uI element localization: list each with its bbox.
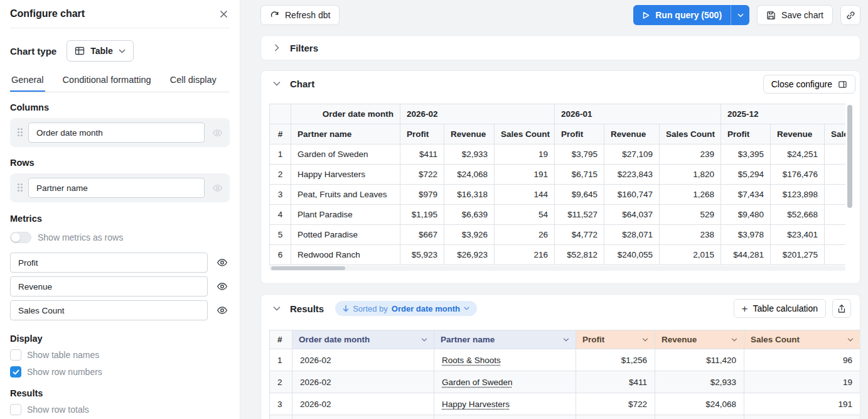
rows-field-input[interactable]: Partner name (28, 178, 205, 198)
metrics-as-rows-toggle[interactable] (10, 232, 31, 243)
results-header-sales-count[interactable]: Sales Count (744, 330, 860, 349)
divider (10, 28, 230, 28)
eye-icon[interactable] (215, 303, 230, 318)
horizontal-scrollbar[interactable] (269, 266, 845, 271)
eye-icon[interactable] (210, 125, 225, 140)
results-title: Results (290, 303, 324, 314)
pivot-value-cell: $240,055 (604, 245, 660, 265)
partner-name-cell: Garden of Sweden (291, 144, 400, 165)
revenue-cell: $11,420 (655, 349, 744, 371)
checkbox-show-row-totals[interactable] (10, 404, 21, 415)
pivot-month-header: 2026-01 (555, 104, 721, 124)
pivot-value-cell: $3,978 (721, 225, 771, 245)
pivot-value-cell: $3,395 (721, 144, 771, 165)
row-number: 4 (270, 205, 291, 225)
columns-heading: Columns (10, 102, 230, 112)
configure-chart-panel: Configure chart Chart type Table General… (0, 0, 240, 419)
tab-cell-display[interactable]: Cell display (169, 71, 218, 92)
table-icon (75, 46, 85, 56)
checkbox-show-table-names[interactable] (10, 349, 21, 361)
drag-handle-icon[interactable] (18, 183, 23, 192)
partner-name-cell: Garden of Sweden (434, 371, 576, 393)
pivot-value-cell (825, 185, 846, 205)
metric-input-profit[interactable]: Profit (10, 253, 208, 273)
partner-name-cell: Plant Paradise (291, 205, 400, 225)
partner-link[interactable]: Garden of Sweden (442, 378, 513, 387)
share-link-icon[interactable] (840, 5, 860, 25)
eye-icon[interactable] (210, 180, 225, 195)
row-number: 3 (270, 185, 291, 205)
partner-name-cell: Happy Harvesters (434, 393, 576, 415)
close-configure-button[interactable]: Close configure (763, 75, 855, 94)
checkbox-label: Show row totals (27, 405, 89, 415)
pivot-metric-header: Sales Count (495, 124, 555, 144)
pivot-row: 5Potted Paradise$667$3,92626$4,772$28,07… (270, 225, 846, 245)
metric-input-sales-count[interactable]: Sales Count (10, 300, 208, 320)
vertical-scrollbar[interactable] (847, 105, 852, 208)
order-date-month-cell: 2026-02 (292, 349, 434, 371)
pivot-corner-cell (270, 104, 291, 124)
run-query-dropdown[interactable] (731, 5, 749, 25)
chevron-down-icon[interactable] (270, 302, 284, 315)
empty-cell (744, 415, 860, 419)
metric-input-revenue[interactable]: Revenue (10, 276, 208, 297)
pivot-value-cell: $26,923 (444, 245, 495, 265)
pivot-value-cell: $11,527 (555, 205, 604, 225)
refresh-dbt-button[interactable]: Refresh dbt (260, 5, 340, 25)
pivot-value-cell: $64,037 (604, 205, 660, 225)
pivot-value-cell: 1,268 (660, 185, 721, 205)
sales-count-cell: 96 (744, 349, 860, 371)
pivot-table-container: Order date month2026-022026-012025-12#Pa… (269, 104, 845, 265)
checkbox-show-row-numbers[interactable] (10, 366, 21, 378)
export-icon[interactable] (832, 299, 851, 318)
pivot-value-cell: $160,747 (604, 185, 660, 205)
results-header-profit[interactable]: Profit (576, 330, 655, 349)
results-index-header: # (270, 330, 292, 349)
arrow-down-icon (343, 305, 349, 312)
run-query-button[interactable]: Run query (500) (633, 5, 749, 25)
pivot-value-cell: $7,434 (721, 185, 771, 205)
results-header-revenue[interactable]: Revenue (655, 330, 744, 349)
pivot-metric-header: Revenue (604, 124, 660, 144)
table-calculation-button[interactable]: + Table calculation (734, 299, 826, 318)
checkbox-label: Show row numbers (27, 367, 102, 377)
drag-handle-icon[interactable] (18, 128, 23, 137)
pivot-value-cell: $3,795 (555, 144, 604, 165)
chevron-down-icon (119, 49, 126, 53)
pivot-value-cell: $123,898 (771, 185, 825, 205)
pivot-value-cell: 19 (495, 144, 555, 165)
pivot-row: 6Redwood Ranch$5,923$26,923216$52,812$24… (270, 245, 846, 265)
chart-title: Chart (290, 79, 314, 89)
chevron-down-icon[interactable] (270, 77, 284, 90)
pivot-value-cell: $28,071 (604, 225, 660, 245)
results-header-partner-name[interactable]: Partner name (434, 330, 576, 349)
chevron-right-icon[interactable] (270, 41, 284, 55)
eye-icon[interactable] (215, 279, 230, 294)
sales-count-cell: 191 (744, 393, 860, 415)
partner-link[interactable]: Roots & Shoots (442, 356, 501, 365)
eye-icon[interactable] (215, 255, 230, 270)
chart-type-dropdown[interactable]: Table (67, 40, 134, 62)
pivot-partner-header: Partner name (291, 124, 400, 144)
empty-cell (434, 415, 576, 419)
pivot-value-cell: $5,294 (721, 165, 771, 185)
pivot-metric-header: Sales Count (825, 124, 846, 144)
pivot-month-header: 2025-12 (721, 104, 846, 124)
filters-title: Filters (290, 43, 318, 53)
partner-name-cell: Roots & Shoots (434, 349, 576, 371)
tab-general[interactable]: General (10, 71, 45, 92)
results-heading: Results (10, 388, 230, 398)
columns-field-input[interactable]: Order date month (28, 122, 205, 143)
partner-link[interactable]: Happy Harvesters (442, 400, 510, 409)
pivot-value-cell (825, 144, 846, 165)
tab-conditional-formatting[interactable]: Conditional formatting (62, 71, 153, 92)
close-icon[interactable] (218, 8, 230, 20)
sorted-by-pill[interactable]: Sorted by Order date month (335, 301, 477, 316)
results-header-order-date-month[interactable]: Order date month (292, 330, 434, 349)
pivot-value-cell: $52,812 (555, 245, 604, 265)
save-chart-button[interactable]: Save chart (757, 5, 833, 25)
empty-cell (292, 415, 434, 419)
scrollbar-thumb[interactable] (271, 266, 345, 270)
pivot-value-cell: 144 (495, 185, 555, 205)
pivot-month-header: 2026-02 (400, 104, 555, 124)
